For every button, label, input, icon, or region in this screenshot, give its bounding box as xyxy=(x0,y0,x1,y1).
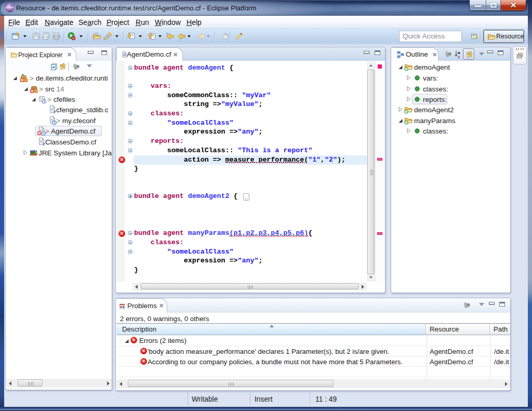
svg-text:z: z xyxy=(458,55,460,59)
svg-text:?: ? xyxy=(42,142,45,147)
svg-text:?: ? xyxy=(53,110,56,114)
